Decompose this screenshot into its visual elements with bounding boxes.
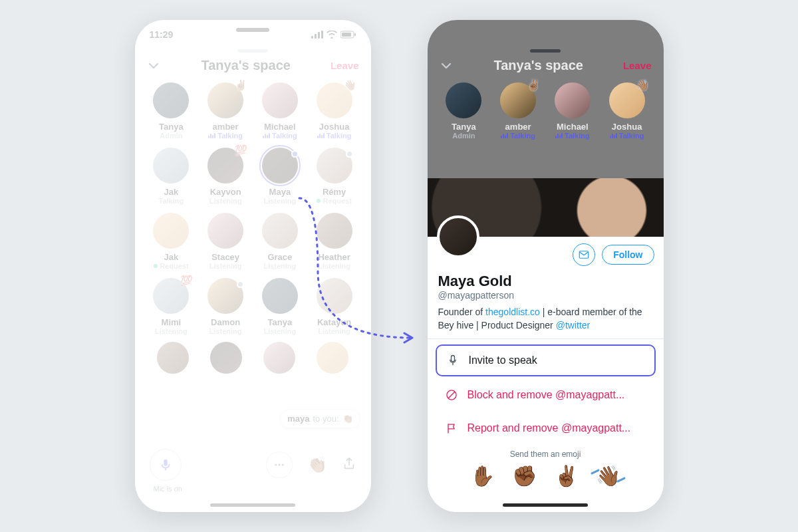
avatar[interactable] bbox=[210, 342, 242, 374]
block-icon bbox=[445, 388, 458, 402]
emoji-peace[interactable]: ✌🏾 bbox=[554, 464, 579, 487]
phone-right: 11:29 . Tanya's space Leave TanyaAdmin✌🏽… bbox=[428, 20, 664, 512]
participant-name: Tanya bbox=[452, 122, 476, 132]
reaction-bubble[interactable]: maya to you: 👏🏽 bbox=[280, 409, 360, 428]
collapse-button[interactable] bbox=[440, 59, 454, 72]
participant-status: Admin bbox=[452, 132, 475, 140]
avatar[interactable] bbox=[263, 342, 295, 374]
avatar bbox=[262, 213, 298, 249]
participant[interactable]: KatayunListening bbox=[307, 278, 362, 335]
participant[interactable]: 💯MimiListening bbox=[144, 278, 199, 335]
avatar[interactable] bbox=[317, 342, 348, 374]
participant-status: Request bbox=[317, 197, 351, 205]
follow-button[interactable]: Follow bbox=[602, 245, 654, 265]
participant[interactable]: JakTalking bbox=[144, 148, 199, 205]
participant-name: Michael bbox=[557, 122, 589, 132]
block-remove-button[interactable]: Block and remove @mayagpatt... bbox=[436, 380, 656, 410]
participants-grid: TanyaAdmin✌🏽amberTalkingMichaelTalking👋🏽… bbox=[135, 80, 371, 338]
invite-to-speak-button[interactable]: Invite to speak bbox=[436, 344, 656, 376]
home-indicator[interactable] bbox=[210, 503, 295, 507]
avatar bbox=[317, 278, 352, 314]
leave-button[interactable]: Leave bbox=[623, 60, 652, 71]
participant[interactable]: MichaelTalking bbox=[253, 82, 307, 140]
profile-avatar[interactable] bbox=[437, 215, 479, 258]
profile-name: Maya Gold bbox=[428, 266, 664, 290]
mic-icon bbox=[446, 354, 460, 367]
status-bar: 11:29 . bbox=[428, 20, 664, 45]
participant-name: Michael bbox=[264, 122, 296, 132]
participant-status: Listening bbox=[263, 327, 296, 335]
svg-point-9 bbox=[281, 464, 283, 466]
avatar: 👋🏽 bbox=[609, 82, 645, 118]
participants-grid: TanyaAdmin✌🏽amberTalkingMichaelTalking👋🏽… bbox=[428, 80, 664, 142]
participant[interactable]: TanyaAdmin bbox=[437, 82, 491, 140]
bubble-from: maya bbox=[287, 414, 309, 424]
status-dot bbox=[237, 281, 244, 288]
share-button[interactable] bbox=[342, 456, 356, 473]
avatar bbox=[207, 213, 243, 249]
participant[interactable]: RémyRequest bbox=[307, 148, 362, 205]
participant[interactable]: 💯KayvonListening bbox=[198, 148, 253, 205]
participant[interactable]: StaceyListening bbox=[198, 213, 253, 270]
participant[interactable]: MichaelTalking bbox=[545, 82, 600, 140]
emoji-fist[interactable]: ✊🏾 bbox=[512, 464, 537, 487]
participant-name: Stacey bbox=[211, 252, 239, 262]
participant[interactable]: GraceListening bbox=[253, 213, 307, 270]
participant-name: Rémy bbox=[323, 187, 346, 197]
avatar: 💯 bbox=[153, 278, 189, 314]
participant[interactable]: 👋🏽JoshuaTalking bbox=[600, 82, 654, 140]
participant[interactable]: DamonListening bbox=[198, 278, 253, 335]
status-time: 11:29 bbox=[150, 29, 174, 40]
sheet-grabber[interactable] bbox=[237, 49, 268, 53]
participant-status: Talking bbox=[555, 132, 590, 140]
profile-banner bbox=[428, 178, 664, 237]
more-button[interactable] bbox=[266, 452, 293, 478]
participant-status: Listening bbox=[155, 327, 188, 335]
participant-status: Request bbox=[154, 262, 188, 270]
participant[interactable]: ✌🏽amberTalking bbox=[198, 82, 253, 140]
participant-status: Admin bbox=[160, 132, 182, 140]
participant[interactable]: ✌🏽amberTalking bbox=[491, 82, 545, 140]
profile-bio: Founder of thegoldlist.co | e-board memb… bbox=[428, 306, 664, 339]
bio-link[interactable]: @twitter bbox=[556, 320, 591, 331]
avatar bbox=[262, 278, 298, 314]
emoji-row: ✋🏾 ✊🏾 ✌🏾 👋🏾 bbox=[428, 459, 664, 490]
participant-name: amber bbox=[505, 122, 531, 132]
participant[interactable]: HeatherListening bbox=[307, 213, 362, 270]
participant-status: Talking bbox=[317, 132, 352, 140]
participant[interactable]: JakRequest bbox=[144, 213, 199, 270]
participant[interactable]: MayaListening bbox=[253, 148, 307, 205]
mic-button[interactable] bbox=[150, 449, 182, 481]
message-button[interactable] bbox=[573, 243, 595, 266]
avatar[interactable] bbox=[157, 342, 189, 374]
reaction-badge: 👋🏽 bbox=[636, 80, 649, 90]
participant[interactable]: 👋🏽JoshuaTalking bbox=[307, 82, 362, 140]
react-button[interactable]: 👏🏽 bbox=[307, 456, 327, 474]
participant-status: Listening bbox=[318, 327, 350, 335]
home-indicator[interactable] bbox=[503, 503, 588, 507]
collapse-button[interactable] bbox=[147, 59, 162, 72]
bio-link[interactable]: thegoldlist.co bbox=[485, 307, 540, 317]
participants-row-5 bbox=[135, 338, 371, 374]
bottom-bar: 👏🏽 bbox=[135, 442, 371, 485]
participant-status: Listening bbox=[318, 262, 350, 270]
status-bar: 11:29 bbox=[135, 20, 371, 45]
participant[interactable]: TanyaListening bbox=[253, 278, 307, 335]
reaction-badge: ✌🏽 bbox=[527, 80, 540, 90]
avatar: 👋🏽 bbox=[317, 82, 352, 118]
space-header: Tanya's space Leave bbox=[135, 54, 371, 80]
participant-name: Jak bbox=[164, 252, 179, 262]
leave-button[interactable]: Leave bbox=[331, 60, 359, 71]
participant-status: Talking bbox=[610, 132, 644, 140]
avatar: ✌🏽 bbox=[207, 82, 243, 118]
participant[interactable]: TanyaAdmin bbox=[144, 82, 199, 140]
participant-status: Listening bbox=[209, 327, 242, 335]
space-title: Tanya's space bbox=[162, 58, 331, 73]
participant-name: Maya bbox=[269, 187, 291, 197]
svg-point-8 bbox=[278, 464, 280, 466]
participant-name: Joshua bbox=[612, 122, 642, 132]
avatar bbox=[317, 148, 352, 184]
report-remove-button[interactable]: Report and remove @mayagpatt... bbox=[436, 414, 656, 443]
emoji-wave[interactable]: 👋🏾 bbox=[596, 464, 620, 487]
emoji-hand[interactable]: ✋🏾 bbox=[470, 464, 495, 487]
